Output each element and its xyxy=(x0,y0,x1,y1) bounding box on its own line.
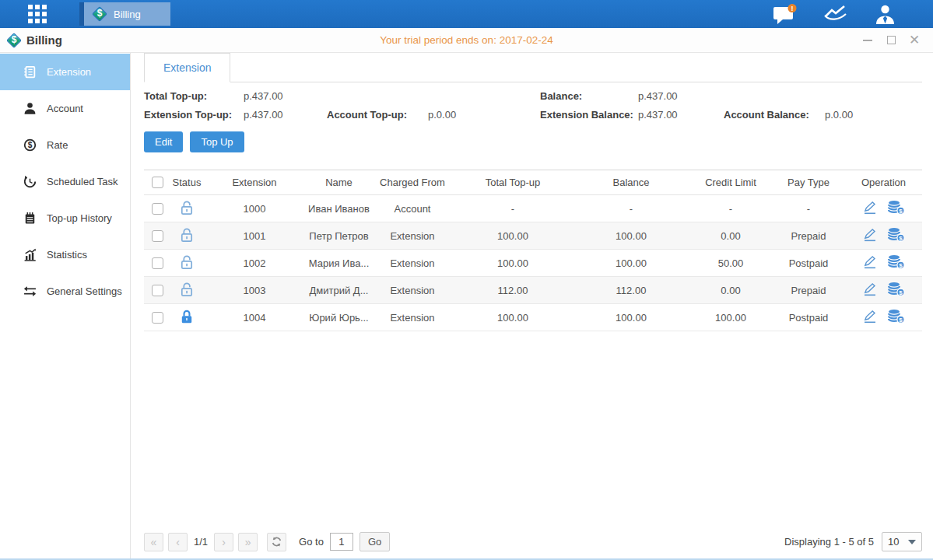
sidebar-item-statistics[interactable]: Statistics xyxy=(0,236,130,273)
sidebar-item-label: General Settings xyxy=(47,285,122,297)
cell-name: Петр Петров xyxy=(306,222,372,250)
cell-total-topup: 100.00 xyxy=(453,222,573,250)
cell-total-topup: 100.00 xyxy=(453,250,573,277)
lock-open-icon[interactable] xyxy=(180,282,194,299)
row-checkbox[interactable] xyxy=(152,230,163,242)
cell-name: Дмитрий Д... xyxy=(306,277,372,304)
cell-credit-limit: 100.00 xyxy=(689,304,772,331)
notifications-icon[interactable]: ! xyxy=(773,4,797,25)
user-account-icon[interactable] xyxy=(875,4,896,25)
lock-closed-icon[interactable] xyxy=(180,309,194,327)
page-indicator: 1/1 xyxy=(194,536,208,548)
balance-value: p.437.00 xyxy=(638,90,724,102)
lock-open-icon[interactable] xyxy=(180,227,194,245)
cell-extension: 1004 xyxy=(203,304,306,331)
goto-page-input[interactable] xyxy=(330,533,353,551)
billing-diamond-icon: $ xyxy=(6,33,22,48)
sidebar-item-rate[interactable]: $ Rate xyxy=(0,127,130,163)
col-status: Status xyxy=(170,170,203,195)
top-up-button[interactable]: Top Up xyxy=(190,131,244,152)
edit-row-icon[interactable] xyxy=(862,310,878,326)
bar-chart-icon xyxy=(23,248,37,261)
row-checkbox[interactable] xyxy=(152,203,163,215)
cell-name: Иван Иванов xyxy=(306,195,372,222)
edit-row-icon[interactable] xyxy=(862,228,878,244)
maximize-button[interactable] xyxy=(885,34,897,47)
cell-extension: 1002 xyxy=(203,250,306,277)
sidebar-item-label: Account xyxy=(47,103,83,114)
sidebar-item-extension[interactable]: Extension xyxy=(0,54,130,90)
cell-charged-from: Extension xyxy=(372,277,453,304)
sidebar-item-general-settings[interactable]: General Settings xyxy=(0,273,130,310)
cell-balance: 112.00 xyxy=(573,277,689,304)
row-checkbox[interactable] xyxy=(152,285,163,296)
first-page-button[interactable]: « xyxy=(144,533,163,551)
app-grid-menu-icon[interactable] xyxy=(28,5,47,23)
next-page-button[interactable]: › xyxy=(214,533,233,551)
page-size-select[interactable]: 10 xyxy=(882,532,922,551)
go-button[interactable]: Go xyxy=(360,532,390,551)
edit-row-icon[interactable] xyxy=(862,201,878,217)
sidebar: Extension Account $ Rate Scheduled Task xyxy=(0,53,131,558)
cell-name: Мария Ива... xyxy=(306,250,372,277)
sidebar-item-scheduled-task[interactable]: Scheduled Task xyxy=(0,163,130,200)
extension-balance-label: Extension Balance: xyxy=(540,109,638,121)
lock-open-icon[interactable] xyxy=(180,254,194,272)
cell-total-topup: 112.00 xyxy=(453,277,573,304)
extensions-table: Status Extension Name Charged From Total… xyxy=(144,170,922,331)
displaying-count: Displaying 1 - 5 of 5 xyxy=(784,536,874,548)
row-checkbox[interactable] xyxy=(152,257,163,269)
cell-name: Юрий Юрь... xyxy=(306,304,372,331)
table-row: 1003Дмитрий Д...Extension112.00112.000.0… xyxy=(144,277,922,304)
top-up-row-icon[interactable]: $ xyxy=(887,200,905,217)
col-operation: Operation xyxy=(845,170,922,195)
account-balance-value: p.0.00 xyxy=(825,109,922,121)
lock-open-icon[interactable] xyxy=(180,200,194,218)
cell-pay-type: Prepaid xyxy=(772,277,845,304)
sidebar-item-topup-history[interactable]: Top-up History xyxy=(0,200,130,236)
edit-row-icon[interactable] xyxy=(862,282,878,299)
select-all-checkbox[interactable] xyxy=(152,177,163,188)
col-pay-type: Pay Type xyxy=(772,170,845,195)
close-button[interactable]: ✕ xyxy=(908,34,921,47)
tab-extension[interactable]: Extension xyxy=(144,53,230,82)
cell-extension: 1003 xyxy=(203,277,306,304)
cell-charged-from: Extension xyxy=(372,304,453,331)
row-checkbox[interactable] xyxy=(152,312,163,324)
main-content: Extension Total Top-up: p.437.00 Balance… xyxy=(131,53,933,558)
statistics-monitor-icon[interactable] xyxy=(823,5,848,23)
tab-strip: Extension xyxy=(144,53,922,82)
table-row: 1002Мария Ива...Extension100.00100.0050.… xyxy=(144,250,922,277)
account-topup-label: Account Top-up: xyxy=(327,109,428,121)
top-up-row-icon[interactable]: $ xyxy=(887,309,905,326)
top-up-row-icon[interactable]: $ xyxy=(887,254,905,271)
extension-balance-value: p.437.00 xyxy=(638,109,724,121)
col-credit-limit: Credit Limit xyxy=(689,170,772,195)
sidebar-item-account[interactable]: Account xyxy=(0,90,130,127)
table-body: 1000Иван ИвановAccount----$1001Петр Петр… xyxy=(144,195,922,331)
sidebar-item-label: Top-up History xyxy=(47,212,112,224)
cell-pay-type: Prepaid xyxy=(772,222,845,250)
refresh-button[interactable] xyxy=(267,533,286,551)
col-name: Name xyxy=(306,170,372,195)
window-title-bar: $ Billing Your trial period ends on: 201… xyxy=(0,28,933,53)
top-up-row-icon[interactable]: $ xyxy=(887,227,905,244)
cell-charged-from: Extension xyxy=(372,222,453,250)
last-page-button[interactable]: » xyxy=(238,533,258,551)
sidebar-item-label: Statistics xyxy=(47,249,87,261)
cell-charged-from: Account xyxy=(372,195,453,222)
table-row: 1004Юрий Юрь...Extension100.00100.00100.… xyxy=(144,304,922,331)
edit-row-icon[interactable] xyxy=(862,255,878,271)
col-balance: Balance xyxy=(573,170,689,195)
svg-text:$: $ xyxy=(899,208,903,215)
trial-period-notice: Your trial period ends on: 2017-02-24 xyxy=(0,34,933,46)
cell-pay-type: - xyxy=(772,195,845,222)
edit-button[interactable]: Edit xyxy=(144,131,183,152)
cell-charged-from: Extension xyxy=(372,250,453,277)
account-balance-label: Account Balance: xyxy=(724,109,825,121)
minimize-button[interactable] xyxy=(861,34,874,47)
top-up-row-icon[interactable]: $ xyxy=(887,282,905,299)
prev-page-button[interactable]: ‹ xyxy=(168,533,188,551)
sidebar-item-label: Rate xyxy=(47,139,68,151)
app-tab-billing[interactable]: $ Billing xyxy=(79,2,170,26)
